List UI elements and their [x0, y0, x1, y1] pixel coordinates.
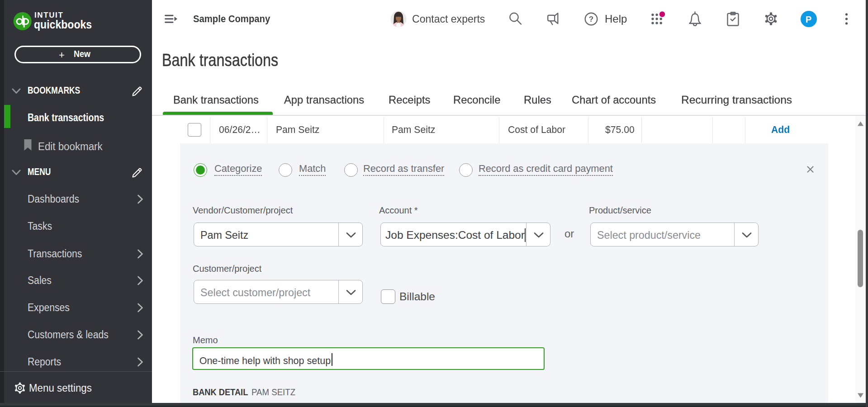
svg-text:?: ? [589, 15, 593, 24]
